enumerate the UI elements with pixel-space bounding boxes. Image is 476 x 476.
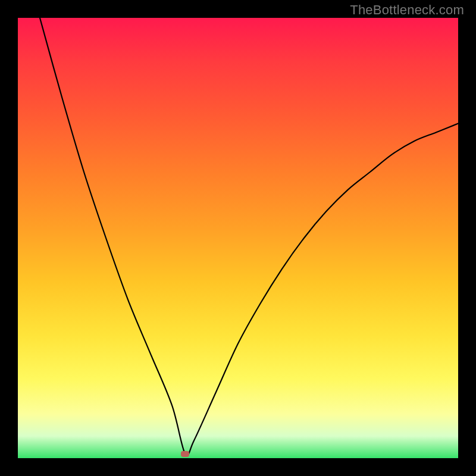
plot-area — [18, 18, 458, 458]
watermark-label: TheBottleneck.com — [350, 2, 464, 18]
minimum-marker-icon — [181, 451, 189, 457]
chart-frame: TheBottleneck.com — [0, 0, 476, 476]
bottleneck-curve — [18, 18, 458, 458]
